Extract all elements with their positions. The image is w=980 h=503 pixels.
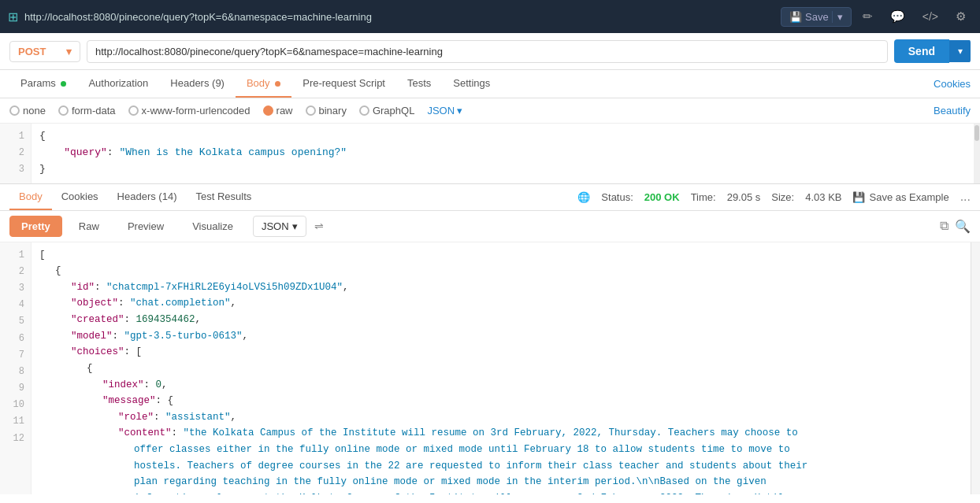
copy-button[interactable]: ⧉ — [940, 219, 948, 233]
response-json-select[interactable]: JSON ▾ — [253, 216, 306, 237]
radio-raw-circle — [263, 105, 273, 116]
method-label: POST — [18, 46, 46, 57]
radio-urlencoded[interactable]: x-www-form-urlencoded — [128, 105, 251, 117]
response-tabs-row: Body Cookies Headers (14) Test Results 🌐… — [0, 184, 980, 211]
radio-form-data-circle — [58, 105, 69, 116]
resp-line-2: { — [39, 263, 966, 279]
pretty-button[interactable]: Pretty — [9, 216, 62, 237]
resp-line-12: "content": "the Kolkata Campus of the In… — [39, 425, 966, 442]
cookies-link[interactable]: Cookies — [934, 71, 971, 97]
method-select[interactable]: POST ▾ — [9, 41, 80, 62]
tab-tests[interactable]: Tests — [396, 70, 442, 98]
save-example-label: Save as Example — [869, 191, 948, 203]
request-code-line-2: "query": "When is the Kolkata campus ope… — [39, 145, 966, 161]
save-button[interactable]: 💾 Save ▾ — [781, 7, 852, 27]
edit-icon-button[interactable]: ✏ — [856, 6, 879, 27]
send-button[interactable]: Send — [894, 39, 949, 63]
request-code-line-1: { — [39, 128, 966, 145]
resp-tab-headers[interactable]: Headers (14) — [108, 184, 187, 210]
url-input[interactable] — [87, 40, 888, 63]
beautify-link[interactable]: Beautify — [934, 105, 971, 117]
resp-line-12e: information, classes at the Kolkata Camp… — [39, 490, 966, 494]
resp-line-5: "created": 1694354462, — [39, 312, 966, 328]
radio-form-data[interactable]: form-data — [58, 105, 116, 117]
resp-toolbar-right: ⧉ 🔍 — [940, 219, 971, 234]
tab-authorization[interactable]: Authorization — [77, 70, 159, 98]
request-code-editor: 1 2 3 { "query": "When is the Kolkata ca… — [0, 124, 980, 184]
send-button-group: Send ▾ — [894, 39, 971, 63]
params-dot — [61, 81, 66, 87]
top-bar-url: http://localhost:8080/pinecone/query?top… — [24, 11, 774, 23]
radio-none-circle — [9, 105, 20, 116]
app-icon: ⊞ — [8, 9, 18, 24]
radio-raw[interactable]: raw — [263, 105, 293, 117]
response-toolbar: Pretty Raw Preview Visualize JSON ▾ ⇌ ⧉ … — [0, 211, 980, 242]
resp-line-4: "object": "chat.completion", — [39, 295, 966, 312]
response-json-label: JSON — [262, 220, 289, 232]
resp-line-3: "id": "chatcmpl-7xFHiRL2E6yi4oLVSi5h09ZD… — [39, 279, 966, 296]
top-bar-actions: 💾 Save ▾ ✏ 💬 </> ⚙ — [781, 6, 972, 27]
resp-line-12d: plan regarding teaching in the fully onl… — [39, 474, 966, 490]
size-value: 4.03 KB — [805, 191, 841, 203]
response-json-caret: ▾ — [292, 220, 298, 232]
tab-headers[interactable]: Headers (9) — [159, 70, 236, 98]
settings-icon-button[interactable]: ⚙ — [949, 6, 972, 27]
response-code-content: [ { "id": "chatcmpl-7xFHiRL2E6yi4oLVSi5h… — [32, 242, 974, 494]
radio-graphql[interactable]: GraphQL — [359, 105, 414, 117]
resp-line-12b: offer classes either in the fully online… — [39, 442, 966, 458]
status-label: Status: — [601, 191, 633, 203]
resp-line-12c: hostels. Teachers of degree courses in t… — [39, 458, 966, 475]
method-caret: ▾ — [66, 46, 72, 57]
send-caret-button[interactable]: ▾ — [949, 40, 971, 62]
comment-icon-button[interactable]: 💬 — [884, 6, 911, 27]
json-type-select[interactable]: JSON ▾ — [427, 105, 462, 117]
code-icon[interactable]: </> — [916, 7, 945, 26]
save-icon: 💾 — [789, 11, 802, 23]
raw-button[interactable]: Raw — [67, 216, 111, 237]
request-code-content[interactable]: { "query": "When is the Kolkata campus o… — [32, 124, 974, 183]
resp-tab-test-results[interactable]: Test Results — [186, 184, 261, 210]
time-value: 29.05 s — [727, 191, 761, 203]
preview-button[interactable]: Preview — [116, 216, 176, 237]
right-panel-indicator — [971, 242, 980, 494]
request-tabs-row: Params Authorization Headers (9) Body Pr… — [0, 70, 980, 98]
resp-line-7: "choices": [ — [39, 344, 966, 361]
request-line-numbers: 1 2 3 — [0, 124, 32, 183]
body-type-row: none form-data x-www-form-urlencoded raw… — [0, 98, 980, 124]
response-status-bar: 🌐 Status: 200 OK Time: 29.05 s Size: 4.0… — [577, 190, 971, 204]
visualize-button[interactable]: Visualize — [180, 216, 245, 237]
radio-urlencoded-circle — [128, 105, 139, 116]
resp-line-11: "role": "assistant", — [39, 409, 966, 426]
save-as-example-button[interactable]: 💾 Save as Example — [852, 191, 948, 203]
tab-body[interactable]: Body — [236, 70, 291, 98]
resp-line-6: "model": "gpt-3.5-turbo-0613", — [39, 328, 966, 345]
time-label: Time: — [691, 191, 716, 203]
tab-params[interactable]: Params — [9, 70, 77, 98]
radio-binary-circle — [306, 105, 316, 116]
response-code-area[interactable]: 1 2 3 4 5 6 7 8 9 10 11 12 13 14 15 [ { … — [0, 242, 980, 494]
body-dot — [275, 81, 280, 87]
status-value: 200 OK — [644, 191, 680, 203]
resp-line-10: "message": { — [39, 393, 966, 409]
resp-line-8: { — [39, 361, 966, 377]
more-options-icon[interactable]: ... — [960, 190, 971, 204]
resp-tab-body[interactable]: Body — [9, 184, 52, 210]
save-example-icon: 💾 — [852, 191, 865, 203]
response-line-numbers: 1 2 3 4 5 6 7 8 9 10 11 12 13 14 15 — [0, 242, 32, 494]
save-label: Save — [805, 11, 829, 23]
search-button[interactable]: 🔍 — [955, 219, 971, 234]
radio-graphql-circle — [359, 105, 369, 116]
radio-none[interactable]: none — [9, 105, 46, 117]
radio-binary[interactable]: binary — [306, 105, 347, 117]
save-caret[interactable]: ▾ — [832, 11, 843, 23]
top-bar: ⊞ http://localhost:8080/pinecone/query?t… — [0, 0, 980, 33]
globe-icon: 🌐 — [577, 191, 590, 203]
filter-icon[interactable]: ⇌ — [314, 220, 324, 232]
resp-tab-cookies[interactable]: Cookies — [52, 184, 108, 210]
request-scrollbar-thumb — [974, 125, 979, 141]
request-scrollbar[interactable] — [974, 124, 980, 183]
tab-pre-request[interactable]: Pre-request Script — [291, 70, 396, 98]
resp-line-1: [ — [39, 247, 966, 264]
tab-settings[interactable]: Settings — [442, 70, 501, 98]
resp-line-9: "index": 0, — [39, 377, 966, 394]
